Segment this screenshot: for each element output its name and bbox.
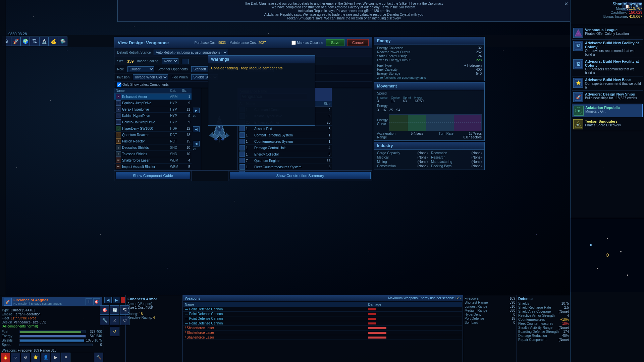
table-row[interactable]: / Shalterforce Laser: [183, 326, 462, 330]
bonus-value: 418,067: [629, 14, 642, 18]
repair-button[interactable]: 🔧: [100, 316, 109, 325]
weapons-name-header: Name: [183, 302, 367, 307]
energy-curve-row: EnergyCurve: [377, 113, 482, 131]
table-row[interactable]: — Point Defense Cannon: [183, 321, 462, 326]
list-item[interactable]: 1 Damage Control Unit 4: [238, 145, 332, 151]
advisor-item-teekan[interactable]: 🔍 Teekan Smugglers Pirates Share Discove…: [572, 118, 643, 131]
show-guide-button[interactable]: Show Component Guide: [116, 172, 190, 179]
weapons-list[interactable]: Name Damage — Point Defense Cannon — Poi…: [183, 301, 463, 341]
list-item[interactable]: H Kaldos HyperDrive HYP 9: [114, 113, 192, 119]
toolbar-icon-6[interactable]: 💰: [49, 37, 58, 46]
fleet-button[interactable]: ⭐: [31, 353, 40, 362]
table-row[interactable]: — Point Defense Cannon: [183, 312, 462, 316]
list-item[interactable]: D HyperDeny GW1000 HDR 12: [114, 125, 192, 132]
fire-button[interactable]: 🔥: [1, 353, 10, 362]
image-scaling-arrow[interactable]: [182, 59, 189, 64]
advisor-item[interactable]: 🏗 Advisors: Build New Facility at Colony…: [572, 58, 643, 76]
toolbar-icon-4[interactable]: 🏗: [30, 37, 39, 46]
alert-button[interactable]: !: [121, 297, 125, 303]
image-scaling-select[interactable]: None: [162, 58, 178, 64]
notification-bar: The Dark Clan have sold our contact deta…: [117, 0, 570, 22]
upgrade-button[interactable]: ⚙: [21, 353, 30, 362]
table-row[interactable]: / Shalterforce Laser: [183, 335, 462, 340]
goto-button[interactable]: 🎯: [100, 305, 109, 315]
energy-storage-row: Energy Storage 540: [377, 72, 482, 75]
advisor-item-ackdarian[interactable]: ★ Ackdarian Republic Monetary Gift: [572, 104, 643, 117]
list-item[interactable]: S Deucalios Shields SHD 10: [114, 144, 192, 151]
only-show-latest-checkbox[interactable]: [117, 82, 121, 87]
advisor-item[interactable]: ⭐ Advisors: Build New Base Our experts r…: [572, 76, 643, 91]
show-construction-button[interactable]: Show Construction Summary: [230, 172, 371, 179]
save-button[interactable]: Save: [326, 39, 344, 46]
list-item[interactable]: 1 Assault Pod 8: [238, 126, 332, 132]
dialog-header: View Design: Vengeance Purchase Cost: 99…: [114, 37, 372, 48]
table-row[interactable]: — Point Defense Cannon: [183, 316, 462, 321]
list-item[interactable]: 1 Fleet Countermeasures System 3: [238, 164, 332, 170]
component-list[interactable]: A Enhanced Armor ARM 1 H Equinox JumpDri…: [114, 94, 192, 170]
list-item[interactable]: 1 Energy Collector 8: [238, 151, 332, 158]
minimap[interactable]: [570, 218, 644, 292]
svg-text:☠: ☠: [577, 32, 580, 35]
list-item[interactable]: R Fusion Reactor RCT 15: [114, 138, 192, 144]
list-item[interactable]: H Equinox JumpDrive HYP 9: [114, 100, 192, 106]
industry-panel-header: Industry: [374, 142, 484, 150]
advisor-item[interactable]: 🚀 Advisors: Design New Ships Build new s…: [572, 91, 643, 104]
toolbar-icon-7[interactable]: 🛸: [58, 37, 67, 46]
patrol-button[interactable]: 🔄: [110, 305, 119, 315]
settings-button[interactable]: ≡: [61, 353, 70, 362]
comp-detail-subtitle: Armor (Weapon): [127, 302, 181, 306]
table-row[interactable]: — Point Defense Cannon: [183, 307, 462, 312]
list-item[interactable]: A Enhanced Armor ARM 1: [114, 94, 192, 100]
refresh-icon[interactable]: ↺: [110, 327, 119, 336]
advisor-item[interactable]: ☠ Venomous League Pirates Offer Colony L…: [572, 26, 643, 40]
build-button[interactable]: 🔨: [94, 353, 103, 362]
list-item[interactable]: 1 Combat Targeting System 1: [238, 132, 332, 138]
invasion-select[interactable]: Invade When Clear: [133, 74, 168, 80]
fuel-stat-bar: Fuel 373 400: [2, 330, 102, 334]
list-item[interactable]: W Shalterforce Laser WBM 4: [114, 157, 192, 164]
speed-stat-bar: Speed 0: [2, 343, 102, 347]
table-row[interactable]: / Shalterforce Laser: [183, 330, 462, 335]
cancel-button[interactable]: Cancel: [347, 39, 369, 46]
construction-button-area: Show Construction Summary: [228, 171, 372, 181]
add-component-button[interactable]: ▶: [193, 108, 200, 113]
list-item[interactable]: 1 Countermeasures System 1: [238, 138, 332, 145]
list-item[interactable]: H Calista-Dal WarpDrive HYP 9: [114, 119, 192, 125]
speed-button[interactable]: ▶: [51, 353, 60, 362]
troops-button[interactable]: 👤: [41, 353, 50, 362]
ship-target-button[interactable]: 🎯: [93, 298, 100, 305]
remove-component-button[interactable]: ◀: [193, 126, 200, 132]
svg-text:⭐: ⭐: [576, 80, 581, 85]
retrofit-stance-select[interactable]: Auto Retrofit (including advisor suggest…: [154, 50, 228, 55]
excess-output-row: Excess Energy Output 228: [377, 58, 482, 62]
list-item[interactable]: 7 Quantum Engine 56: [238, 158, 332, 164]
comp-detail-reactive-rating: Reactive Rating: 4: [127, 316, 181, 319]
shield-button[interactable]: 🛡: [11, 353, 20, 362]
prev-ship-button[interactable]: ◀: [104, 297, 112, 303]
mark-obsolete-checkbox[interactable]: [291, 41, 296, 45]
component-list-wrapper: Name Cat. Siz. A Enhanced Armor ARM 1 H …: [114, 88, 192, 170]
list-item[interactable]: S Talessos Shields SHD 10: [114, 151, 192, 157]
role-select[interactable]: Cruiser: [127, 66, 154, 72]
ship-detail-button[interactable]: i: [86, 298, 92, 305]
advisor-item[interactable]: 🏗 Advisors: Build New Facility at Colony…: [572, 40, 643, 58]
list-item[interactable]: H Gerax HyperDrive HYP 11: [114, 106, 192, 113]
svg-point-31: [620, 251, 622, 252]
all-components-label: (All components normal): [2, 324, 102, 328]
list-item[interactable]: W Impact Assault Blaster WBM 5: [114, 164, 192, 170]
remove-component-5-button[interactable]: ◀: [193, 141, 200, 146]
list-item[interactable]: R Quantum Reactor RCT 18: [114, 132, 192, 138]
toolbar-icon-5[interactable]: 🔬: [39, 37, 49, 46]
movement-panel-header: Movement: [374, 82, 484, 90]
mark-obsolete-label[interactable]: Mark as Obsolete: [291, 41, 323, 45]
toolbar-icon-2[interactable]: 🚀: [11, 37, 20, 46]
advisor-icon-base: ⭐: [573, 78, 583, 88]
attack-button[interactable]: ⚔: [110, 316, 119, 325]
advisor-icon-teekan: 🔍: [573, 119, 583, 129]
next-ship-button[interactable]: ▶: [113, 297, 120, 303]
right-panels: Energy Energy Collection 32 Reactor Powe…: [374, 37, 485, 171]
weapons-bottom-panel: Weapons Maximum Weapons Energy use per s…: [183, 295, 463, 362]
notification-line-2: We have completed construction of a new …: [128, 5, 560, 9]
toolbar-icon-3[interactable]: 🌍: [20, 37, 30, 46]
close-notification-button[interactable]: ✕: [564, 1, 568, 6]
